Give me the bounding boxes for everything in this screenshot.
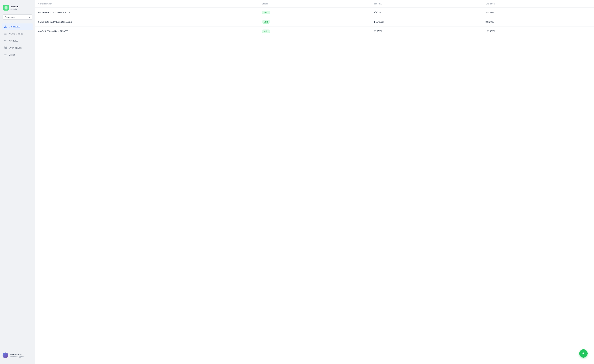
cell-expiry-0: 3/5/2023 bbox=[482, 8, 577, 17]
svg-rect-4 bbox=[4, 33, 7, 33]
cell-expiry-2: 12/11/2022 bbox=[482, 27, 577, 36]
logo-icon: ! bbox=[3, 5, 9, 11]
svg-point-8 bbox=[5, 40, 5, 41]
status-badge: Valid bbox=[262, 30, 270, 33]
row-actions-menu-button[interactable]: ⋮ bbox=[585, 10, 591, 15]
plus-icon: + bbox=[582, 351, 585, 356]
cell-actions-2: ⋮ bbox=[577, 27, 594, 36]
sidebar-item-api-keys-label: API Keys bbox=[9, 40, 18, 42]
sort-arrow-serial: ▾ bbox=[53, 3, 54, 5]
organization-icon bbox=[4, 46, 7, 49]
billing-icon bbox=[4, 53, 7, 56]
sidebar-item-api-keys[interactable]: API Keys bbox=[2, 38, 33, 44]
logo-text: martini security bbox=[11, 5, 19, 10]
user-email: adamsmith@gmail... bbox=[10, 356, 26, 358]
sort-arrow-expiry: ▾ bbox=[496, 3, 497, 5]
table-row: 0203e5936f31b01349886ba217 Valid 3/9/202… bbox=[35, 8, 594, 17]
sidebar-item-certificates-label: Certificates bbox=[9, 25, 20, 28]
svg-rect-13 bbox=[4, 54, 7, 54]
svg-rect-16 bbox=[4, 56, 6, 56]
user-area: Adam Smith adamsmith@gmail... bbox=[0, 350, 35, 361]
org-selector-label: Acme corp bbox=[5, 16, 14, 18]
column-header-status[interactable]: Status ▾ bbox=[259, 0, 371, 8]
user-name: Adam Smith bbox=[10, 353, 26, 356]
cell-expiry-1: 3/9/2023 bbox=[482, 17, 577, 27]
status-badge: Valid bbox=[262, 11, 270, 14]
cell-status-0: Valid bbox=[259, 8, 371, 17]
column-header-expiry[interactable]: Expiration ▾ bbox=[482, 0, 577, 8]
column-header-issued[interactable]: Issued At ▾ bbox=[371, 0, 482, 8]
brand-name: martini bbox=[11, 5, 19, 8]
svg-rect-5 bbox=[4, 34, 7, 34]
sidebar-item-certificates[interactable]: Certificates bbox=[2, 23, 33, 30]
api-keys-icon bbox=[4, 39, 7, 42]
sidebar-item-organization-label: Organization bbox=[9, 47, 21, 49]
add-certificate-button[interactable]: + bbox=[579, 349, 588, 358]
table-row: 6uy3e5c068ef631a9c72905052 Valid 2/12/20… bbox=[35, 27, 594, 36]
column-header-actions bbox=[577, 0, 594, 8]
svg-rect-15 bbox=[4, 55, 7, 55]
svg-rect-9 bbox=[4, 47, 5, 47]
sidebar: ! martini security Acme corp ▼ Certifica… bbox=[0, 0, 35, 364]
cell-actions-0: ⋮ bbox=[577, 8, 594, 17]
sort-arrow-issued: ▾ bbox=[383, 3, 384, 5]
cell-issued-0: 3/9/2022 bbox=[371, 8, 482, 17]
main-content: Serial Number ▾ Status ▾ Issued At ▾ Exp… bbox=[35, 0, 594, 364]
certificates-table-container: Serial Number ▾ Status ▾ Issued At ▾ Exp… bbox=[35, 0, 594, 364]
org-selector[interactable]: Acme corp ▼ bbox=[3, 14, 32, 20]
svg-rect-12 bbox=[6, 48, 7, 49]
cell-serial-2: 6uy3e5c068ef631a9c72905052 bbox=[35, 27, 259, 36]
cell-actions-1: ⋮ bbox=[577, 17, 594, 27]
user-info: Adam Smith adamsmith@gmail... bbox=[10, 353, 26, 358]
cell-issued-1: 4/10/2022 bbox=[371, 17, 482, 27]
chevron-down-icon: ▼ bbox=[29, 16, 30, 18]
svg-point-3 bbox=[5, 26, 6, 27]
cell-status-2: Valid bbox=[259, 27, 371, 36]
table-row: 56703e5aec58d04251aab1125aa Valid 4/10/2… bbox=[35, 17, 594, 27]
column-header-serial[interactable]: Serial Number ▾ bbox=[35, 0, 259, 8]
cell-status-1: Valid bbox=[259, 17, 371, 27]
sidebar-item-billing[interactable]: Billing bbox=[2, 52, 33, 58]
svg-rect-11 bbox=[4, 48, 5, 49]
status-badge: Valid bbox=[262, 20, 270, 24]
cell-serial-0: 0203e5936f31b01349886ba217 bbox=[35, 8, 259, 17]
sidebar-item-acme-clients[interactable]: ACME Clients bbox=[2, 30, 33, 37]
table-header-row: Serial Number ▾ Status ▾ Issued At ▾ Exp… bbox=[35, 0, 594, 8]
svg-rect-14 bbox=[4, 54, 7, 55]
svg-rect-6 bbox=[4, 34, 7, 35]
cell-issued-2: 2/12/2022 bbox=[371, 27, 482, 36]
logo-area: ! martini security bbox=[0, 3, 35, 14]
row-actions-menu-button[interactable]: ⋮ bbox=[585, 20, 591, 24]
sidebar-item-organization[interactable]: Organization bbox=[2, 45, 33, 51]
certificates-icon bbox=[4, 25, 7, 28]
svg-text:!: ! bbox=[6, 7, 6, 9]
sort-arrow-status: ▾ bbox=[269, 3, 270, 5]
sidebar-item-billing-label: Billing bbox=[9, 54, 15, 56]
acme-clients-icon bbox=[4, 32, 7, 35]
brand-sub: security bbox=[11, 8, 19, 10]
certificates-table: Serial Number ▾ Status ▾ Issued At ▾ Exp… bbox=[35, 0, 594, 36]
avatar bbox=[3, 352, 8, 358]
svg-rect-10 bbox=[6, 47, 7, 47]
nav-items: Certificates ACME Clients API Keys bbox=[0, 23, 35, 350]
row-actions-menu-button[interactable]: ⋮ bbox=[585, 29, 591, 34]
cell-serial-1: 56703e5aec58d04251aab1125aa bbox=[35, 17, 259, 27]
sidebar-item-acme-clients-label: ACME Clients bbox=[9, 32, 23, 35]
